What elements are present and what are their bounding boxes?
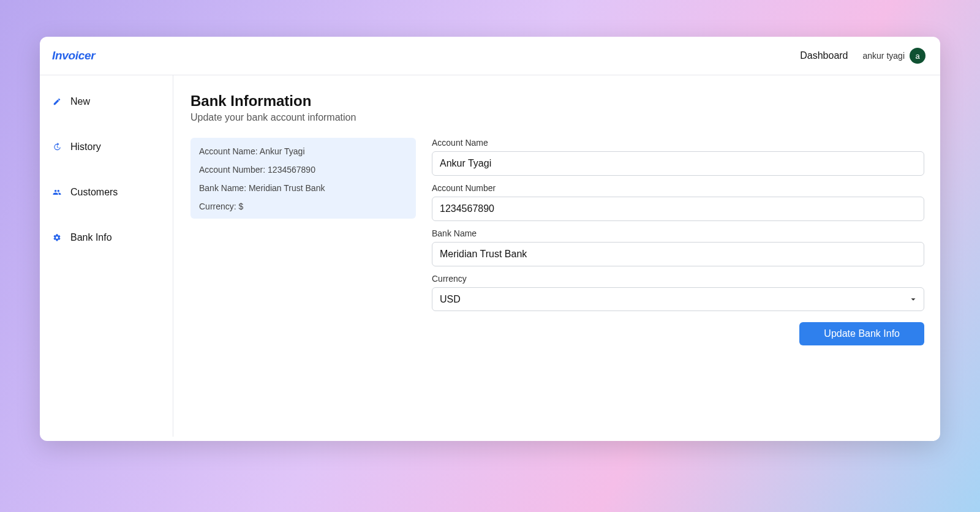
history-icon xyxy=(52,142,62,152)
summary-currency: Currency: $ xyxy=(199,201,407,211)
page-subtitle: Update your bank account information xyxy=(190,112,924,123)
page-title: Bank Information xyxy=(190,92,924,110)
bank-name-label: Bank Name xyxy=(432,228,924,238)
content-row: Account Name: Ankur Tyagi Account Number… xyxy=(190,138,924,345)
header: Invoicer Dashboard ankur tyagi a xyxy=(40,37,940,75)
sidebar-item-new[interactable]: New xyxy=(52,92,173,111)
edit-icon xyxy=(52,97,62,107)
nav-dashboard[interactable]: Dashboard xyxy=(800,50,848,61)
users-icon xyxy=(52,187,62,197)
field-account-number: Account Number xyxy=(432,183,924,221)
account-number-input[interactable] xyxy=(432,197,924,221)
sidebar-item-label: History xyxy=(70,141,101,152)
app-card: Invoicer Dashboard ankur tyagi a New His… xyxy=(40,37,940,441)
summary-label: Account Number: xyxy=(199,165,265,175)
field-bank-name: Bank Name xyxy=(432,228,924,266)
summary-value: $ xyxy=(239,201,244,211)
summary-bank-name: Bank Name: Meridian Trust Bank xyxy=(199,183,407,193)
button-row: Update Bank Info xyxy=(432,322,924,345)
gear-icon xyxy=(52,233,62,243)
sidebar-item-customers[interactable]: Customers xyxy=(52,183,173,201)
sidebar-item-history[interactable]: History xyxy=(52,138,173,156)
app-logo[interactable]: Invoicer xyxy=(52,49,95,62)
account-name-label: Account Name xyxy=(432,138,924,148)
avatar[interactable]: a xyxy=(910,48,925,64)
summary-account-name: Account Name: Ankur Tyagi xyxy=(199,146,407,156)
summary-box: Account Name: Ankur Tyagi Account Number… xyxy=(190,138,416,219)
currency-label: Currency xyxy=(432,274,924,284)
sidebar-item-label: New xyxy=(70,96,90,107)
account-number-label: Account Number xyxy=(432,183,924,193)
summary-label: Account Name: xyxy=(199,146,258,156)
summary-label: Bank Name: xyxy=(199,183,246,193)
bank-info-form: Account Name Account Number Bank Name Cu… xyxy=(432,138,924,345)
sidebar-item-label: Customers xyxy=(70,187,118,198)
sidebar: New History Customers Bank Info xyxy=(40,75,173,437)
summary-account-number: Account Number: 1234567890 xyxy=(199,165,407,175)
summary-value: Meridian Trust Bank xyxy=(249,183,325,193)
sidebar-item-label: Bank Info xyxy=(70,232,112,243)
body: New History Customers Bank Info xyxy=(40,75,940,437)
field-currency: Currency USD xyxy=(432,274,924,311)
user-info[interactable]: ankur tyagi a xyxy=(863,48,925,64)
sidebar-item-bank-info[interactable]: Bank Info xyxy=(52,228,173,247)
field-account-name: Account Name xyxy=(432,138,924,176)
bank-name-input[interactable] xyxy=(432,242,924,266)
summary-label: Currency: xyxy=(199,201,236,211)
currency-select[interactable]: USD xyxy=(432,287,924,311)
header-right: Dashboard ankur tyagi a xyxy=(800,48,925,64)
main: Bank Information Update your bank accoun… xyxy=(173,75,940,437)
summary-value: 1234567890 xyxy=(268,165,315,175)
user-name: ankur tyagi xyxy=(863,51,905,61)
update-bank-info-button[interactable]: Update Bank Info xyxy=(799,322,924,345)
account-name-input[interactable] xyxy=(432,151,924,176)
summary-value: Ankur Tyagi xyxy=(260,146,305,156)
